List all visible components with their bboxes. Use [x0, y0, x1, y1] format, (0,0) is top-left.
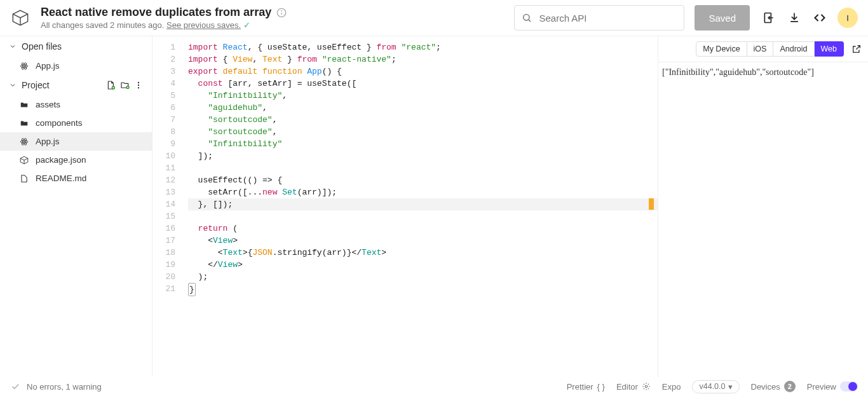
- svg-point-13: [138, 82, 139, 83]
- exit-icon[interactable]: [756, 5, 782, 31]
- header: React native remove duplicates from arra…: [0, 0, 868, 36]
- chevron-down-icon: [9, 43, 17, 50]
- project-item-readme[interactable]: README.md: [0, 169, 152, 188]
- save-button[interactable]: Saved: [695, 5, 750, 31]
- search-icon: [522, 13, 532, 23]
- react-file-icon: [19, 62, 29, 71]
- code-editor[interactable]: 123456789101112131415161718192021 import…: [153, 36, 658, 377]
- previous-saves-link[interactable]: See previous saves.: [166, 20, 241, 30]
- more-icon[interactable]: [134, 81, 143, 90]
- file-name: App.js: [36, 61, 60, 71]
- expo-label: Expo: [662, 382, 681, 392]
- preview-panel: My Device iOS Android Web ["Infinitbilit…: [658, 36, 868, 377]
- file-name: assets: [36, 100, 60, 109]
- new-file-icon[interactable]: [106, 80, 116, 90]
- avatar[interactable]: I: [837, 8, 858, 28]
- svg-point-19: [24, 141, 25, 142]
- main: Open files App.js Project assets compone…: [0, 36, 868, 377]
- tab-my-device[interactable]: My Device: [696, 41, 747, 57]
- editor-settings[interactable]: Editor: [616, 382, 651, 392]
- open-files-label: Open files: [22, 41, 62, 51]
- open-file-item[interactable]: App.js: [0, 57, 152, 75]
- search-input[interactable]: [514, 5, 684, 31]
- project-item-app[interactable]: App.js: [0, 132, 152, 151]
- project-item-assets[interactable]: assets: [0, 95, 152, 114]
- svg-point-10: [24, 65, 25, 67]
- project-title: React native remove duplicates from arra…: [41, 6, 271, 19]
- line-gutter: 123456789101112131415161718192021: [153, 36, 183, 377]
- popout-icon[interactable]: [851, 44, 862, 54]
- react-file-icon: [19, 137, 29, 146]
- toggle-icon: [840, 381, 858, 392]
- folder-icon: [19, 100, 29, 109]
- file-name: README.md: [36, 174, 86, 183]
- package-icon: [19, 156, 29, 165]
- chevron-down-icon: [9, 81, 17, 89]
- tab-web[interactable]: Web: [815, 41, 844, 57]
- project-label: Project: [22, 80, 50, 90]
- braces-icon: { }: [597, 382, 605, 392]
- save-status: All changes saved 2 minutes ago. See pre…: [41, 20, 514, 30]
- sidebar: Open files App.js Project assets compone…: [0, 36, 153, 377]
- project-item-package[interactable]: package.json: [0, 151, 152, 169]
- tab-android[interactable]: Android: [773, 41, 814, 57]
- devices-button[interactable]: Devices 2: [751, 381, 796, 392]
- preview-tabs: My Device iOS Android Web: [658, 36, 868, 62]
- chevron-down-icon: ▾: [728, 382, 733, 392]
- svg-point-15: [138, 87, 139, 88]
- new-folder-icon[interactable]: [120, 80, 130, 90]
- project-section[interactable]: Project: [0, 75, 152, 95]
- version-selector[interactable]: v44.0.0 ▾: [692, 380, 739, 393]
- embed-icon[interactable]: [807, 5, 832, 31]
- markdown-icon: [19, 174, 29, 183]
- code-area[interactable]: import React, { useState, useEffect } fr…: [183, 36, 658, 377]
- preview-output: ["Infinitbility","aguidehub","sortoutcod…: [658, 62, 868, 377]
- search-wrap: [514, 5, 684, 31]
- open-files-section[interactable]: Open files: [0, 36, 152, 57]
- file-name: App.js: [36, 137, 60, 146]
- prettier-button[interactable]: Prettier { }: [567, 382, 605, 392]
- tab-ios[interactable]: iOS: [747, 41, 774, 57]
- folder-icon: [19, 119, 29, 128]
- svg-point-3: [281, 11, 282, 11]
- download-icon[interactable]: [782, 5, 807, 31]
- svg-point-14: [138, 85, 139, 86]
- check-icon: ✓: [243, 20, 250, 30]
- svg-point-21: [645, 385, 648, 388]
- gear-icon: [642, 382, 651, 391]
- status-bar: No errors, 1 warning Prettier { } Editor…: [0, 377, 868, 396]
- logo-icon: [10, 8, 31, 28]
- lint-status[interactable]: No errors, 1 warning: [27, 382, 102, 392]
- project-item-components[interactable]: components: [0, 114, 152, 132]
- file-name: package.json: [36, 155, 86, 165]
- check-icon: [10, 381, 20, 392]
- preview-toggle[interactable]: Preview: [807, 381, 858, 392]
- devices-count-badge: 2: [784, 381, 796, 392]
- file-name: components: [36, 118, 83, 128]
- svg-point-4: [524, 15, 529, 20]
- info-icon[interactable]: [276, 8, 287, 18]
- title-block: React native remove duplicates from arra…: [41, 6, 514, 30]
- svg-line-5: [529, 20, 531, 22]
